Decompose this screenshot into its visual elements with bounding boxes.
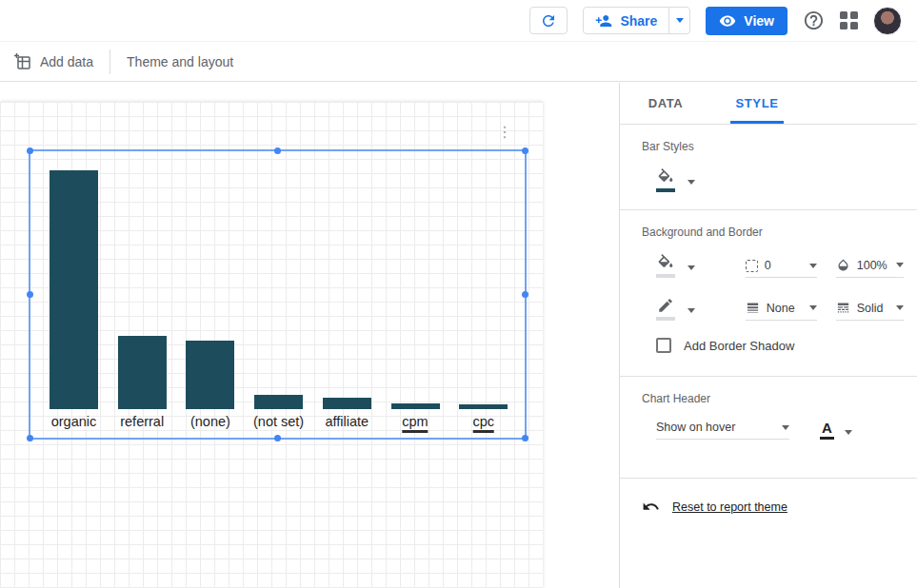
bar-label: cpc: [472, 414, 494, 433]
line-style-icon: [836, 301, 850, 315]
refresh-icon: [540, 12, 557, 29]
toolbar-divider: [110, 49, 110, 74]
bar-slot: (not set): [254, 170, 303, 409]
chevron-down-icon: [782, 425, 789, 430]
chevron-down-icon: [809, 305, 817, 310]
selection-handle-sw[interactable]: [27, 435, 33, 441]
paint-bucket-icon[interactable]: [656, 168, 675, 192]
bar-slot: organic: [50, 170, 98, 409]
bar-label: (none): [190, 414, 230, 429]
corner-radius-select[interactable]: 0: [746, 259, 817, 278]
selection-handle-ne[interactable]: [522, 147, 528, 154]
share-label: Share: [620, 13, 657, 29]
add-data-label: Add data: [40, 54, 93, 69]
edit-toolbar: Add data Theme and layout: [0, 41, 917, 82]
undo-icon: [642, 498, 660, 516]
border-weight-select[interactable]: None: [746, 301, 817, 321]
bar-referral: [118, 336, 167, 409]
bar-label: organic: [51, 414, 97, 429]
bar-cpc: [459, 404, 508, 409]
bar-(not set): [254, 395, 303, 409]
bar-label: referral: [120, 414, 164, 429]
background-fill-color-picker[interactable]: [656, 254, 746, 278]
bar-affiliate: [323, 398, 371, 409]
bar-label: (not set): [253, 414, 304, 429]
view-label: View: [744, 13, 774, 29]
chevron-down-icon: [688, 265, 695, 270]
border-color-picker[interactable]: [656, 297, 746, 321]
opacity-value: 100%: [857, 259, 887, 272]
pen-icon[interactable]: [656, 297, 675, 321]
chart-header-title: Chart Header: [642, 392, 904, 405]
border-shadow-label: Add Border Shadow: [684, 339, 794, 353]
tab-style-label: STYLE: [736, 96, 779, 110]
selection-handle-se[interactable]: [522, 435, 528, 441]
view-button[interactable]: View: [706, 7, 787, 35]
reset-row: Reset to report theme: [620, 479, 917, 516]
opacity-icon: [836, 258, 850, 272]
corner-radius-value: 0: [765, 259, 771, 272]
chevron-down-icon: [688, 180, 695, 185]
text-color-icon: A: [820, 421, 834, 440]
selection-handle-e[interactable]: [522, 291, 528, 298]
add-data-icon: [13, 52, 31, 70]
share-button-main[interactable]: Share: [584, 8, 668, 33]
bar-cpm: [391, 403, 440, 409]
chevron-down-icon: [809, 264, 817, 268]
selection-handle-n[interactable]: [274, 147, 281, 154]
corner-radius-icon: [746, 260, 758, 272]
chart-overflow-menu-button[interactable]: ⋮: [497, 125, 512, 140]
refresh-button[interactable]: [529, 7, 568, 34]
avatar[interactable]: [873, 7, 902, 35]
opacity-select[interactable]: 100%: [836, 258, 904, 278]
main-area: ⋮ organicreferral(none)(not set)affiliat…: [0, 83, 917, 588]
add-data-button[interactable]: Add data: [13, 52, 93, 70]
share-dropdown[interactable]: [668, 8, 689, 33]
section-background-border: Background and Border 0 100%: [620, 210, 917, 377]
bar-fill-color-picker[interactable]: [656, 168, 904, 192]
tab-style[interactable]: STYLE: [711, 83, 803, 124]
border-weight-value: None: [767, 302, 795, 315]
paint-bucket-icon[interactable]: [656, 254, 675, 278]
tab-data[interactable]: DATA: [620, 83, 711, 124]
reset-to-report-theme-link[interactable]: Reset to report theme: [672, 500, 787, 514]
border-shadow-checkbox[interactable]: [656, 338, 671, 353]
border-color-swatch: [656, 317, 675, 321]
bar-slot: affiliate: [323, 170, 371, 409]
bar-organic: [50, 170, 98, 409]
chart-header-visibility-value: Show on hover: [656, 421, 735, 434]
bar-color-swatch: [656, 188, 675, 192]
bar-slot: (none): [186, 170, 234, 409]
apps-grid-icon[interactable]: [840, 11, 858, 29]
section-chart-header: Chart Header Show on hover A: [620, 377, 917, 479]
help-icon: [803, 10, 825, 31]
chevron-down-icon: [676, 18, 684, 23]
bar-slot: cpm: [391, 170, 440, 409]
header-text-color-picker[interactable]: A: [820, 421, 852, 440]
chevron-down-icon: [845, 430, 852, 435]
person-add-icon: [595, 12, 612, 29]
chevron-down-icon: [688, 308, 695, 313]
background-color-swatch: [656, 274, 675, 278]
help-button[interactable]: [803, 10, 825, 31]
theme-layout-button[interactable]: Theme and layout: [127, 54, 233, 69]
chevron-down-icon: [896, 263, 904, 267]
selection-handle-w[interactable]: [27, 291, 33, 298]
topbar: Share View: [0, 0, 917, 41]
theme-layout-label: Theme and layout: [127, 54, 233, 69]
bar-chart-plot: organicreferral(none)(not set)affiliatec…: [50, 170, 516, 409]
chevron-down-icon: [896, 305, 904, 310]
bar-styles-title: Bar Styles: [642, 140, 904, 153]
share-button[interactable]: Share: [583, 7, 690, 34]
border-style-select[interactable]: Solid: [836, 301, 904, 321]
selection-handle-s[interactable]: [274, 435, 281, 441]
border-style-value: Solid: [857, 302, 884, 315]
bar-label: cpm: [402, 414, 428, 433]
chart-header-visibility-select[interactable]: Show on hover: [656, 421, 789, 440]
section-bar-styles: Bar Styles: [620, 125, 917, 210]
report-canvas[interactable]: ⋮ organicreferral(none)(not set)affiliat…: [0, 102, 543, 588]
line-weight-icon: [746, 301, 760, 315]
panel-tabs: DATA STYLE: [620, 83, 917, 125]
selection-handle-nw[interactable]: [27, 147, 33, 154]
bar-slot: referral: [118, 170, 167, 409]
